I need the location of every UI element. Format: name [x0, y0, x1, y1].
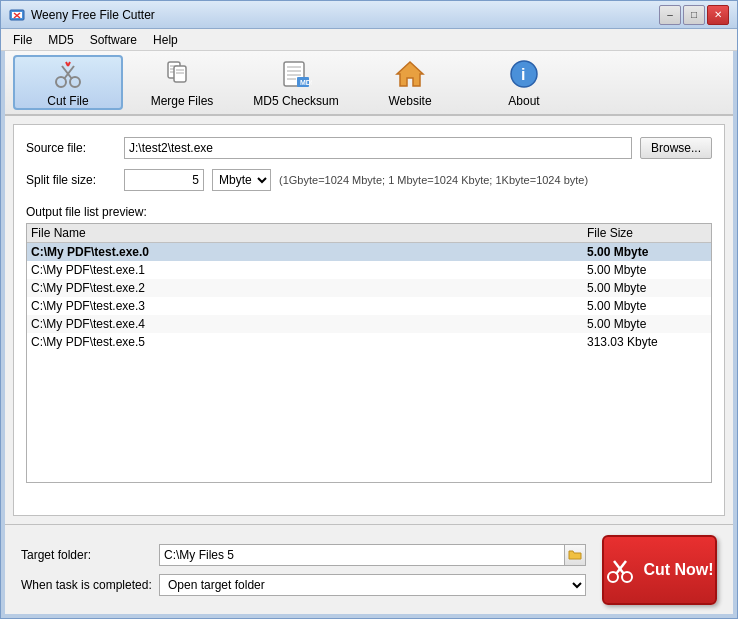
md5-icon: MD5: [280, 58, 312, 90]
cut-now-label: Cut Now!: [643, 561, 713, 579]
cut-file-label: Cut File: [47, 94, 88, 108]
browse-button[interactable]: Browse...: [640, 137, 712, 159]
target-folder-label: Target folder:: [21, 548, 151, 562]
file-row-size-4: 5.00 Mbyte: [587, 317, 707, 331]
target-folder-input[interactable]: [159, 544, 564, 566]
house-icon: [394, 58, 426, 90]
svg-rect-14: [174, 66, 186, 82]
bottom-form: Target folder: When task is completed:: [21, 544, 586, 596]
table-row[interactable]: C:\My PDF\test.exe.3 5.00 Mbyte: [27, 297, 711, 315]
minimize-button[interactable]: –: [659, 5, 681, 25]
svg-text:MD5: MD5: [300, 79, 312, 86]
file-row-name-1: C:\My PDF\test.exe.1: [31, 263, 587, 277]
folder-browse-button[interactable]: [564, 544, 586, 566]
menu-software[interactable]: Software: [82, 31, 145, 49]
table-row[interactable]: C:\My PDF\test.exe.2 5.00 Mbyte: [27, 279, 711, 297]
merge-icon: [166, 58, 198, 90]
file-row-name-4: C:\My PDF\test.exe.4: [31, 317, 587, 331]
file-list-container[interactable]: File Name File Size C:\My PDF\test.exe.0…: [26, 223, 712, 483]
file-list-header: File Name File Size: [27, 224, 711, 243]
file-size-header: File Size: [587, 226, 707, 240]
table-row[interactable]: C:\My PDF\test.exe.4 5.00 Mbyte: [27, 315, 711, 333]
file-row-name-5: C:\My PDF\test.exe.5: [31, 335, 587, 349]
md5-checksum-label: MD5 Checksum: [253, 94, 338, 108]
website-label: Website: [388, 94, 431, 108]
content-area: Cut File Merge Files: [1, 51, 737, 618]
toolbar-merge-files[interactable]: Merge Files: [127, 55, 237, 110]
merge-files-label: Merge Files: [151, 94, 214, 108]
file-row-name-3: C:\My PDF\test.exe.3: [31, 299, 587, 313]
file-row-size-0: 5.00 Mbyte: [587, 245, 707, 259]
toolbar-cut-file[interactable]: Cut File: [13, 55, 123, 110]
folder-icon: [568, 549, 582, 561]
target-folder-row: Target folder:: [21, 544, 586, 566]
file-row-name-0: C:\My PDF\test.exe.0: [31, 245, 587, 259]
toolbar-website[interactable]: Website: [355, 55, 465, 110]
split-size-row: Split file size: Kbyte Mbyte Gbyte (1Gby…: [26, 169, 712, 191]
completion-select[interactable]: Open target folder Do nothing Shut down …: [159, 574, 586, 596]
folder-input-wrap: [159, 544, 586, 566]
title-bar: Weeny Free File Cutter – □ ✕: [1, 1, 737, 29]
table-row[interactable]: C:\My PDF\test.exe.0 5.00 Mbyte: [27, 243, 711, 261]
source-file-input[interactable]: [124, 137, 632, 159]
app-icon: [9, 7, 25, 23]
file-list-label: Output file list preview:: [26, 205, 712, 219]
info-icon: i: [508, 58, 540, 90]
window-controls: – □ ✕: [659, 5, 729, 25]
file-row-size-1: 5.00 Mbyte: [587, 263, 707, 277]
toolbar: Cut File Merge Files: [5, 51, 733, 116]
about-label: About: [508, 94, 539, 108]
table-row[interactable]: C:\My PDF\test.exe.1 5.00 Mbyte: [27, 261, 711, 279]
completion-label: When task is completed:: [21, 578, 151, 592]
toolbar-about[interactable]: i About: [469, 55, 579, 110]
cut-now-button[interactable]: Cut Now!: [602, 535, 717, 605]
completion-row: When task is completed: Open target fold…: [21, 574, 586, 596]
split-size-input[interactable]: [124, 169, 204, 191]
close-button[interactable]: ✕: [707, 5, 729, 25]
menu-bar: File MD5 Software Help: [1, 29, 737, 51]
table-row[interactable]: C:\My PDF\test.exe.5 313.03 Kbyte: [27, 333, 711, 351]
split-size-label: Split file size:: [26, 173, 116, 187]
svg-line-9: [68, 62, 70, 66]
file-row-size-3: 5.00 Mbyte: [587, 299, 707, 313]
svg-marker-24: [397, 62, 423, 86]
menu-md5[interactable]: MD5: [40, 31, 81, 49]
source-file-row: Source file: Browse...: [26, 137, 712, 159]
toolbar-md5-checksum[interactable]: MD5 MD5 Checksum: [241, 55, 351, 110]
file-row-size-5: 313.03 Kbyte: [587, 335, 707, 349]
file-list-section: Output file list preview: File Name File…: [26, 205, 712, 483]
split-size-hint: (1Gbyte=1024 Mbyte; 1 Mbyte=1024 Kbyte; …: [279, 174, 588, 186]
file-name-header: File Name: [31, 226, 587, 240]
menu-file[interactable]: File: [5, 31, 40, 49]
bottom-bar: Target folder: When task is completed:: [5, 524, 733, 614]
cut-now-icon: [605, 555, 635, 585]
source-file-label: Source file:: [26, 141, 116, 155]
menu-help[interactable]: Help: [145, 31, 186, 49]
window-title: Weeny Free File Cutter: [31, 8, 659, 22]
main-panel: Source file: Browse... Split file size: …: [13, 124, 725, 516]
file-row-name-2: C:\My PDF\test.exe.2: [31, 281, 587, 295]
maximize-button[interactable]: □: [683, 5, 705, 25]
scissors-icon: [52, 58, 84, 90]
main-window: Weeny Free File Cutter – □ ✕ File MD5 So…: [0, 0, 738, 619]
svg-text:i: i: [521, 66, 525, 83]
file-row-size-2: 5.00 Mbyte: [587, 281, 707, 295]
split-size-unit-select[interactable]: Kbyte Mbyte Gbyte: [212, 169, 271, 191]
